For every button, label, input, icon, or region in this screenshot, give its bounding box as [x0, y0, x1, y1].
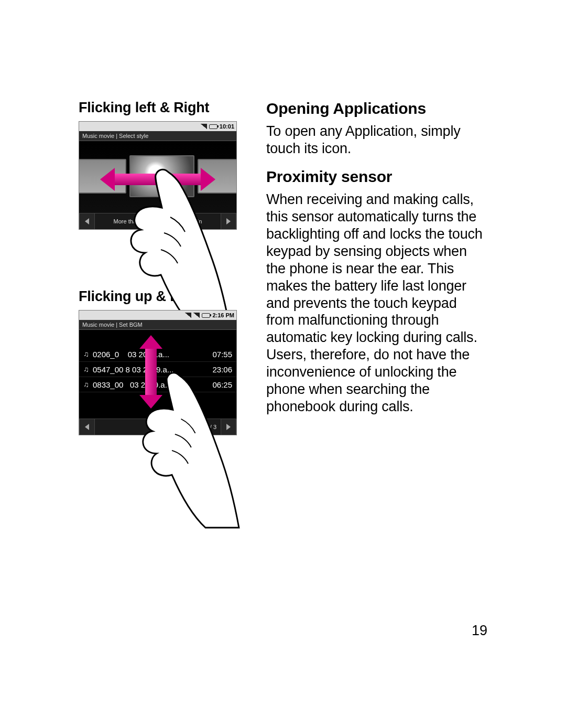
body-proximity: When receiving and making calls, this se…	[266, 191, 487, 415]
battery-icon	[209, 124, 217, 129]
screenshot-flick-lr: 10:01 Music movie | Select style	[79, 121, 237, 230]
arrow-left-icon	[100, 168, 115, 191]
file-duration: 07:55	[212, 350, 232, 359]
next-button[interactable]	[221, 419, 236, 435]
signal-icon	[193, 313, 200, 318]
file-duration: 06:25	[212, 380, 232, 389]
body-opening-apps: To open any Application, simply touch it…	[266, 123, 487, 157]
left-column: Flicking left & Right 10:01 Music movie …	[79, 100, 241, 728]
arrow-down-icon	[139, 395, 162, 409]
bottom-caption: More than simpl page tion in	[95, 218, 221, 224]
triangle-right-icon	[226, 424, 231, 430]
window-title: Music movie | Set BGM	[79, 320, 236, 330]
right-column: Opening Applications To open any Applica…	[266, 100, 487, 728]
music-note-icon: ♫	[83, 380, 91, 389]
bottom-bar: / 3	[79, 419, 236, 435]
flick-arrow-vertical	[140, 335, 162, 409]
status-bar: 10:01	[79, 122, 236, 131]
heading-flick-lr: Flicking left & Right	[79, 100, 241, 116]
caption-left: More than simpl	[114, 218, 155, 224]
file-duration: 23:06	[212, 365, 232, 374]
page-number: 19	[472, 623, 487, 639]
heading-opening-apps: Opening Applications	[266, 100, 487, 117]
signal-icon	[185, 313, 191, 318]
triangle-left-icon	[85, 218, 89, 224]
caption-right: tion in	[187, 218, 202, 224]
heading-flick-ud: Flicking up & Down	[79, 288, 241, 305]
status-time: 10:01	[220, 123, 234, 130]
window-title: Music movie | Select style	[79, 131, 236, 141]
bottom-bar: More than simpl page tion in	[79, 213, 236, 229]
triangle-left-icon	[85, 424, 89, 430]
arrow-right-icon	[201, 168, 215, 191]
music-note-icon: ♫	[83, 350, 91, 358]
arrow-bar	[145, 349, 157, 395]
manual-page: Flicking left & Right 10:01 Music movie …	[0, 0, 566, 728]
caption-mid: page	[164, 218, 177, 224]
heading-proximity: Proximity sensor	[266, 168, 487, 186]
triangle-right-icon	[226, 218, 231, 224]
prev-button[interactable]	[79, 213, 95, 229]
battery-icon	[202, 313, 210, 318]
prev-button[interactable]	[79, 419, 95, 435]
status-time: 2:16 PM	[212, 312, 234, 318]
status-bar: 2:16 PM	[79, 311, 236, 320]
arrow-up-icon	[139, 335, 162, 349]
page-indicator: / 3	[95, 424, 221, 430]
next-button[interactable]	[221, 213, 236, 229]
music-note-icon: ♫	[83, 365, 91, 373]
screenshot-flick-ud: 2:16 PM Music movie | Set BGM ♫ 0206_0 0…	[79, 310, 237, 435]
arrow-bar	[115, 174, 201, 185]
carousel-area[interactable]: More than simpl page tion in	[79, 141, 236, 229]
flick-arrow-horizontal	[100, 168, 215, 190]
signal-icon	[201, 124, 207, 129]
list-area[interactable]: ♫ 0206_0 03 2009.a... 07:55 ♫ 0547_00 8 …	[79, 330, 236, 435]
